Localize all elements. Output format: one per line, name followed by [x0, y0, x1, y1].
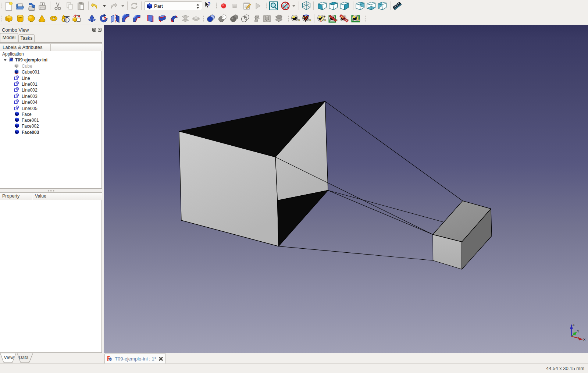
svg-text:X: X [583, 338, 585, 341]
svg-text:Y: Y [577, 330, 579, 333]
svg-text:Data: Data [19, 355, 28, 360]
svg-text:View: View [4, 355, 14, 360]
svg-text:Z: Z [573, 323, 575, 327]
svg-text:?: ? [207, 1, 211, 7]
